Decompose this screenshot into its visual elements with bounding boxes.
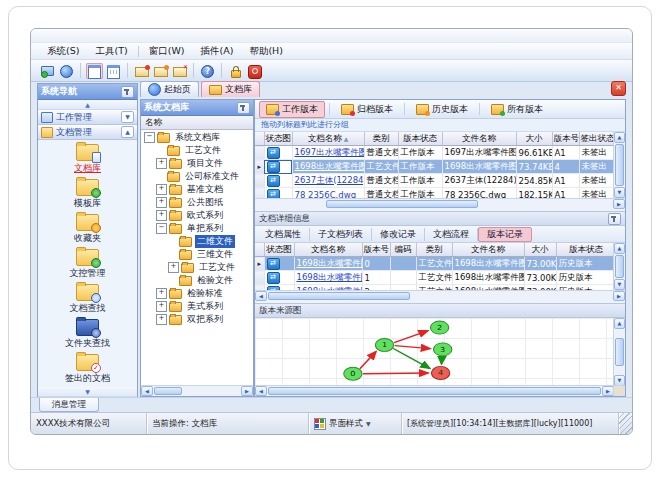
column-header-7[interactable]: 签出状态: [579, 132, 616, 146]
scroll-left-icon[interactable]: ◀: [141, 386, 153, 396]
tree-toggle-icon[interactable]: +: [156, 301, 167, 312]
table-row[interactable]: ▸1698出水嘴零件图.dwg工艺文件工作版本1698出水嘴零件图.dwg73.…: [255, 160, 616, 174]
column-header-3[interactable]: 版本状态: [398, 132, 442, 146]
table-row[interactable]: 1698出水嘴零件图.dwg1工艺文件1698出水嘴零件图.dwg73.00KB…: [255, 271, 616, 285]
menu-item-3[interactable]: 插件(A): [192, 44, 241, 59]
sidebar-group-work[interactable]: 工作管理 ▼: [38, 110, 137, 125]
menu-item-2[interactable]: 窗口(W): [141, 44, 193, 59]
graph-vertical-scrollbar[interactable]: ▲ ▼: [613, 318, 625, 386]
sidebar-item-3[interactable]: 文控管理: [38, 249, 137, 280]
graph-horizontal-scrollbar[interactable]: ◀ ▶: [255, 385, 614, 396]
row-selector[interactable]: [255, 174, 264, 188]
scroll-thumb[interactable]: [154, 387, 182, 395]
scroll-thumb[interactable]: [268, 292, 410, 300]
button-all-versions[interactable]: 所有版本: [484, 101, 550, 118]
detail-tab-4[interactable]: 版本记录: [478, 227, 532, 242]
tree-node-2[interactable]: +项目文件: [141, 157, 253, 170]
sidebar-item-2[interactable]: 收藏夹: [38, 214, 137, 245]
document-link[interactable]: 1698出水嘴零件图.dwg: [297, 258, 363, 268]
column-header-5[interactable]: 大小: [516, 132, 552, 146]
document-link[interactable]: 1697出水嘴零件图.dwg: [295, 147, 365, 157]
chevron-up-icon[interactable]: ▲: [121, 126, 134, 138]
scroll-right-icon[interactable]: ▶: [613, 291, 625, 301]
grid-vertical-scrollbar[interactable]: ▲ ▼: [613, 132, 625, 198]
scroll-down-icon[interactable]: ▼: [614, 279, 625, 290]
mail-open-icon[interactable]: [152, 63, 169, 79]
tree-toggle-icon[interactable]: +: [156, 158, 167, 169]
scroll-thumb[interactable]: [615, 338, 624, 366]
scroll-up-icon[interactable]: ▲: [614, 132, 625, 143]
tree-toggle-icon[interactable]: −: [156, 223, 167, 234]
sidebar-item-4[interactable]: 文档查找: [38, 284, 137, 315]
lock-icon[interactable]: [227, 63, 244, 79]
column-header-0[interactable]: 状态图: [264, 132, 292, 146]
menu-item-4[interactable]: 帮助(H): [241, 44, 291, 59]
tree-node-14[interactable]: +双把系列: [141, 313, 253, 326]
pin-icon[interactable]: [237, 102, 250, 114]
detail-tab-0[interactable]: 文档属性: [257, 228, 310, 241]
column-header-6[interactable]: 版本号: [552, 132, 579, 146]
button-work-version[interactable]: 工作版本: [259, 101, 325, 118]
tree-node-3[interactable]: 公司标准文件: [141, 170, 253, 183]
detail-tab-3[interactable]: 文档流程: [425, 228, 478, 241]
tree-toggle-icon[interactable]: +: [156, 314, 167, 325]
document-link[interactable]: 78 2356C.dwg: [295, 190, 357, 199]
tree-toggle-icon[interactable]: +: [156, 197, 167, 208]
menu-item-0[interactable]: 系统(S): [39, 44, 87, 59]
tree-toggle-icon[interactable]: +: [156, 210, 167, 221]
tree-node-0[interactable]: −系统文档库: [141, 131, 253, 144]
column-header-4[interactable]: 类别: [416, 243, 452, 257]
row-selector[interactable]: [255, 146, 264, 160]
tree-horizontal-scrollbar[interactable]: ◀ ▶: [141, 385, 253, 396]
pin-icon[interactable]: [121, 86, 134, 98]
tab-start-page[interactable]: 起始页: [140, 81, 199, 97]
scroll-thumb[interactable]: [326, 200, 478, 208]
tree-toggle-icon[interactable]: −: [144, 132, 155, 143]
version-graph-canvas[interactable]: 01234: [255, 318, 614, 386]
column-header-3[interactable]: 编码: [390, 243, 416, 257]
tree-node-1[interactable]: 工艺文件: [141, 144, 253, 157]
column-header-1[interactable]: 文档名称: [294, 243, 362, 257]
table-row[interactable]: 1697出水嘴零件图.dwg普通文档工作版本1697出水嘴零件图.dwg96.6…: [255, 146, 616, 160]
column-header-7[interactable]: 版本状态: [556, 243, 616, 257]
sidebar-scroll-up[interactable]: ▲: [38, 100, 137, 110]
tree-node-4[interactable]: +基准文档: [141, 183, 253, 196]
scroll-right-icon[interactable]: ▶: [613, 199, 625, 209]
scroll-right-icon[interactable]: ▶: [241, 386, 253, 396]
sidebar-group-docs[interactable]: 文档管理 ▲: [38, 125, 137, 140]
chevron-down-icon[interactable]: ▼: [121, 111, 134, 123]
mail-del-icon[interactable]: [171, 63, 188, 79]
scroll-left-icon[interactable]: ◀: [255, 291, 267, 301]
scroll-down-icon[interactable]: ▼: [614, 187, 625, 198]
tree-node-7[interactable]: −单把系列: [141, 222, 253, 235]
menu-item-1[interactable]: 工具(T): [87, 44, 135, 59]
tree-toggle-icon[interactable]: +: [168, 262, 179, 273]
tree-node-8[interactable]: 二维文件: [141, 235, 253, 248]
column-header-2[interactable]: 类别: [364, 132, 398, 146]
window-grid-icon[interactable]: [105, 63, 122, 79]
scroll-thumb[interactable]: [615, 255, 624, 278]
scroll-thumb[interactable]: [615, 144, 624, 186]
row-selector[interactable]: ▸: [255, 257, 264, 271]
column-header-4[interactable]: 文件名称: [442, 132, 516, 146]
column-header-0[interactable]: 状态图: [264, 243, 294, 257]
button-history-version[interactable]: 历史版本: [409, 101, 475, 118]
close-tab-button[interactable]: ✕: [611, 81, 626, 96]
document-link[interactable]: 2637主体(12284).dwg: [295, 175, 365, 185]
table-row[interactable]: 2637主体(12284).dwg普通文档工作版本2637主体(12284).d…: [255, 174, 616, 188]
tree-node-10[interactable]: +工艺文件: [141, 261, 253, 274]
document-link[interactable]: 1698出水嘴零件图.dwg: [297, 272, 363, 282]
table-row[interactable]: 78 2356C.dwg普通文档工作版本78 2356C.dwg182.15KB…: [255, 188, 616, 199]
scroll-left-icon[interactable]: ◀: [255, 386, 267, 396]
tree-node-12[interactable]: +检验标准: [141, 287, 253, 300]
resize-grip[interactable]: [619, 413, 632, 434]
tree-toggle-icon[interactable]: +: [156, 288, 167, 299]
scroll-up-icon[interactable]: ▲: [614, 243, 625, 254]
tree-node-11[interactable]: 检验文件: [141, 274, 253, 287]
tree-node-5[interactable]: +公共图纸: [141, 196, 253, 209]
tab-message-management[interactable]: 消息管理: [39, 398, 99, 412]
row-selector[interactable]: [255, 271, 264, 285]
desktop-icon[interactable]: [39, 63, 56, 79]
grid-vertical-scrollbar[interactable]: ▲ ▼: [613, 243, 625, 290]
sidebar-item-1[interactable]: 模板库: [38, 179, 137, 210]
